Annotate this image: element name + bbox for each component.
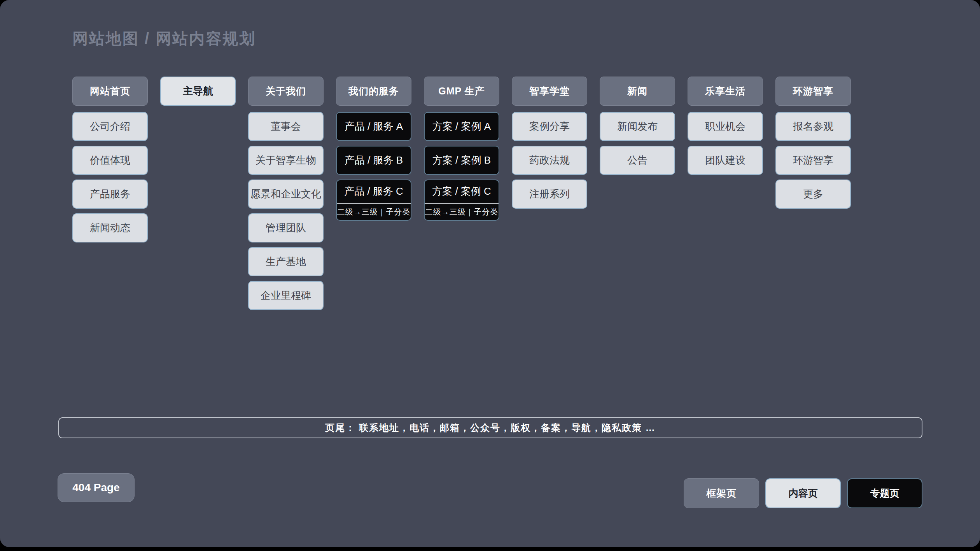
sitemap-node[interactable]: 新闻动态 xyxy=(72,213,148,242)
sitemap-column-happy-life: 乐享生活职业机会团队建设 xyxy=(688,77,763,310)
sitemap-node[interactable]: 价值体现 xyxy=(72,146,148,175)
sitemap-node[interactable]: 公告 xyxy=(600,146,675,175)
sitemap-node[interactable]: 团队建设 xyxy=(688,146,763,175)
sitemap-column-main-nav: 主导航 xyxy=(160,77,236,310)
sitemap-node-with-subcategory[interactable]: 方案 / 案例 C二级→三级｜子分类 xyxy=(424,180,499,221)
sitemap-node[interactable]: 更多 xyxy=(775,180,851,209)
sitemap-column-our-services: 我们的服务产品 / 服务 A产品 / 服务 B产品 / 服务 C二级→三级｜子分… xyxy=(336,77,411,310)
sitemap-node[interactable]: 案例分享 xyxy=(512,112,587,141)
footer-bar: 页尾： 联系地址，电话，邮箱，公众号，版权，备案，导航，隐私政策 … xyxy=(58,417,922,438)
node-subcategory-label: 二级→三级｜子分类 xyxy=(337,204,411,220)
legend: 框架页内容页专题页 xyxy=(684,478,922,508)
page-404-label: 404 Page xyxy=(72,481,119,494)
column-header-gmp-production[interactable]: GMP 生产 xyxy=(424,77,499,106)
column-header-happy-life[interactable]: 乐享生活 xyxy=(688,77,763,106)
sitemap-node[interactable]: 愿景和企业文化 xyxy=(248,180,324,209)
sitemap-column-tour: 环游智享报名参观环游智享更多 xyxy=(775,77,851,310)
footer-label: 页尾： 联系地址，电话，邮箱，公众号，版权，备案，导航，隐私政策 … xyxy=(325,422,655,434)
page-title: 网站地图 / 网站内容规划 xyxy=(72,28,256,49)
sitemap-node[interactable]: 产品服务 xyxy=(72,180,148,209)
legend-button-special[interactable]: 专题页 xyxy=(847,478,922,508)
sitemap-node[interactable]: 报名参观 xyxy=(775,112,851,141)
sitemap-grid: 网站首页公司介绍价值体现产品服务新闻动态主导航关于我们董事会关于智享生物愿景和企… xyxy=(72,77,851,310)
sitemap-node[interactable]: 新闻发布 xyxy=(600,112,675,141)
page-404-button[interactable]: 404 Page xyxy=(58,473,135,502)
column-header-academy[interactable]: 智享学堂 xyxy=(512,77,587,106)
sitemap-node[interactable]: 注册系列 xyxy=(512,180,587,209)
legend-button-frame[interactable]: 框架页 xyxy=(684,478,759,508)
node-label: 产品 / 服务 C xyxy=(337,180,411,203)
sitemap-canvas: 网站地图 / 网站内容规划 网站首页公司介绍价值体现产品服务新闻动态主导航关于我… xyxy=(0,0,980,547)
sitemap-column-academy: 智享学堂案例分享药政法规注册系列 xyxy=(512,77,587,310)
column-header-our-services[interactable]: 我们的服务 xyxy=(336,77,411,106)
column-header-main-nav[interactable]: 主导航 xyxy=(160,77,236,106)
sitemap-node[interactable]: 药政法规 xyxy=(512,146,587,175)
sitemap-node[interactable]: 公司介绍 xyxy=(72,112,148,141)
column-header-tour[interactable]: 环游智享 xyxy=(775,77,851,106)
sitemap-column-home: 网站首页公司介绍价值体现产品服务新闻动态 xyxy=(72,77,148,310)
sitemap-node[interactable]: 关于智享生物 xyxy=(248,146,324,175)
sitemap-node[interactable]: 产品 / 服务 B xyxy=(336,146,411,175)
sitemap-column-about-us: 关于我们董事会关于智享生物愿景和企业文化管理团队生产基地企业里程碑 xyxy=(248,77,324,310)
node-label: 方案 / 案例 C xyxy=(425,180,499,203)
sitemap-node[interactable]: 董事会 xyxy=(248,112,324,141)
sitemap-node[interactable]: 生产基地 xyxy=(248,247,324,276)
sitemap-column-news: 新闻新闻发布公告 xyxy=(600,77,675,310)
sitemap-node[interactable]: 职业机会 xyxy=(688,112,763,141)
sitemap-column-gmp-production: GMP 生产方案 / 案例 A方案 / 案例 B方案 / 案例 C二级→三级｜子… xyxy=(424,77,499,310)
sitemap-node[interactable]: 管理团队 xyxy=(248,213,324,242)
sitemap-node[interactable]: 方案 / 案例 B xyxy=(424,146,499,175)
column-header-news[interactable]: 新闻 xyxy=(600,77,675,106)
sitemap-node[interactable]: 方案 / 案例 A xyxy=(424,112,499,141)
column-header-home[interactable]: 网站首页 xyxy=(72,77,148,106)
sitemap-node[interactable]: 产品 / 服务 A xyxy=(336,112,411,141)
sitemap-node[interactable]: 环游智享 xyxy=(775,146,851,175)
sitemap-node[interactable]: 企业里程碑 xyxy=(248,281,324,310)
sitemap-node-with-subcategory[interactable]: 产品 / 服务 C二级→三级｜子分类 xyxy=(336,180,411,221)
node-subcategory-label: 二级→三级｜子分类 xyxy=(425,204,499,220)
column-header-about-us[interactable]: 关于我们 xyxy=(248,77,324,106)
legend-button-content-strong[interactable]: 内容页 xyxy=(765,478,841,508)
